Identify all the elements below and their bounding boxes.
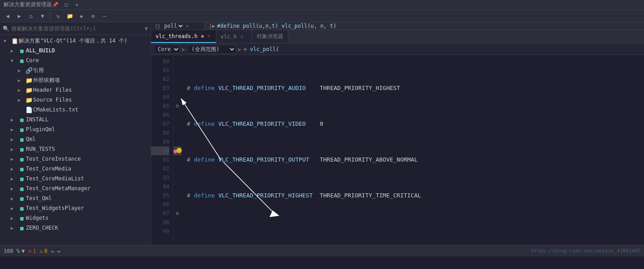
tree-item-widgets[interactable]: ▶ ■ Widgets — [0, 213, 151, 223]
show-all-button[interactable]: ◈ — [76, 11, 86, 21]
float-button[interactable]: □ — [63, 1, 70, 9]
expand-arrow: ▶ — [18, 68, 25, 73]
folder-icon: 📁 — [25, 77, 33, 84]
editor-area: {} poll ▼ |▶ #define poll(u,n,t) vlc_pol… — [151, 22, 644, 245]
breakpoint-indicator[interactable]: ● 😊 — [173, 146, 181, 155]
code-editor[interactable]: 80 81 82 83 84 85 86 87 88 89 90 91 92 9… — [151, 55, 644, 245]
project-icon: ■ — [18, 205, 26, 212]
search-input[interactable] — [11, 26, 143, 32]
global-scope-select[interactable]: (全局范围) — [187, 45, 236, 54]
tree-item-source-files[interactable]: ▶ 📁 Source Files — [0, 95, 151, 105]
status-warnings[interactable]: ⚠ 0 — [40, 248, 47, 254]
expand-arrow: ▶ — [11, 226, 18, 231]
tree-item-test-widgets-player[interactable]: ▶ ■ Test_WidgetsPlayer — [0, 203, 151, 213]
solution-root[interactable]: ▼ 📋 解决方案"VLC-Qt"(14 个项目，共 14 个) — [0, 36, 151, 46]
collapse-indicator[interactable]: ⊟ — [176, 102, 179, 111]
breadcrumb-indicator: |▶ — [209, 23, 215, 29]
line-num: 96 — [151, 200, 169, 209]
tree-item-header-files[interactable]: ▶ 📁 Header Files — [0, 85, 151, 95]
back-button[interactable]: ◀ — [3, 11, 13, 21]
tree-item-refs[interactable]: ▶ 🔗 引用 — [0, 65, 151, 75]
close-button[interactable]: ✕ — [73, 1, 80, 9]
tree-item-run-tests[interactable]: ▶ ■ RUN_TESTS — [0, 144, 151, 154]
nav-forward-arrow[interactable]: → — [57, 248, 60, 255]
title-bar: 解决方案资源管理器 📌 □ ✕ — [0, 0, 644, 10]
tree-item-pluginqml[interactable]: ▶ ■ PluginQml — [0, 124, 151, 134]
project-icon: ■ — [18, 195, 26, 202]
tree-label: Test_CoreInstance — [26, 156, 151, 162]
tree-label: Test_CoreMediaList — [26, 175, 151, 182]
tab-vlc-threads-h[interactable]: vlc_threads.h ● ✕ — [151, 30, 216, 43]
line-num: 81 — [151, 66, 169, 75]
macro-value: 0 — [313, 120, 323, 128]
code-line-83: # define VLC_THREAD_PRIORITY_HIGHEST THR… — [181, 191, 644, 200]
filter-button[interactable]: ▼ — [38, 11, 47, 21]
tree-item-test-core-instance[interactable]: ▶ ■ Test_CoreInstance — [0, 154, 151, 164]
line-num: 90 — [151, 146, 169, 155]
status-right: https://blog.csdn.net/weixin_41001497 — [531, 248, 640, 254]
line-num: 82 — [151, 75, 169, 84]
tab-vlc-h[interactable]: vlc.h ✕ — [216, 30, 252, 43]
forward-button[interactable]: ▶ — [14, 11, 24, 21]
tree-item-test-qml[interactable]: ▶ ■ Test_Qml — [0, 193, 151, 203]
macro-name: VLC_THREAD_PRIORITY_AUDIO — [218, 84, 312, 93]
tree-item-test-core-media[interactable]: ▶ ■ Test_CoreMedia — [0, 164, 151, 174]
new-folder-button[interactable]: 📁 — [65, 11, 75, 21]
tree-label: 引用 — [33, 67, 151, 74]
code-content[interactable]: # define VLC_THREAD_PRIORITY_AUDIO THREA… — [181, 55, 644, 245]
tree-item-core[interactable]: ▼ ■ Core — [0, 56, 151, 65]
tree-label: Source Files — [33, 97, 151, 103]
refresh-button[interactable]: ↻ — [53, 11, 63, 21]
tab-close-button[interactable]: ✕ — [206, 33, 211, 39]
tree-item-qml[interactable]: ▶ ■ Qml — [0, 134, 151, 144]
expand-arrow: ▶ — [11, 167, 18, 171]
status-errors[interactable]: ✕ 1 — [28, 248, 36, 254]
toolbar-separator — [50, 13, 51, 20]
tree-item-zero-check[interactable]: ▶ ■ ZERO_CHECK — [0, 223, 151, 233]
search-icon: 🔍 — [3, 26, 9, 32]
pp-hash: # — [187, 155, 194, 164]
line-num: 98 — [151, 218, 169, 227]
tree-label: CMakeLists.txt — [33, 107, 151, 113]
line-num: 84 — [151, 93, 169, 102]
tree-item-all-build[interactable]: ▶ ■ ALL_BUILD — [0, 46, 151, 56]
file-scope-select[interactable]: poll — [162, 22, 184, 30]
home-button[interactable]: ⌂ — [26, 11, 36, 21]
pin2-button[interactable]: — — [100, 11, 109, 21]
search-dropdown-icon[interactable]: ▼ — [145, 26, 148, 32]
nav-back-arrow[interactable]: ← — [51, 248, 55, 255]
tree-item-install[interactable]: ▶ ■ INSTALL — [0, 115, 151, 124]
status-bar: 100 % ▼ ✕ 1 ⚠ 0 ← → https://blog.csdn.ne… — [0, 245, 644, 256]
breadcrumb-sep2: ▶ — [238, 46, 241, 53]
breadcrumb-sep: ▶ — [182, 46, 185, 53]
expand-arrow: ▶ — [18, 78, 25, 83]
pp-hash: # — [187, 84, 194, 93]
pp-define: define — [194, 120, 219, 128]
tree-item-test-core-meta-manager[interactable]: ▶ ■ Test_CoreMetaManager — [0, 184, 151, 193]
properties-button[interactable]: ⚙ — [88, 11, 98, 21]
scope-select[interactable]: Core — [154, 45, 180, 54]
line-num: 91 — [151, 155, 169, 164]
tab-object-browser[interactable]: 对象浏览器 — [252, 30, 288, 43]
tab-close-button[interactable]: ✕ — [240, 33, 244, 40]
status-zoom[interactable]: 100 % ▼ — [4, 248, 25, 254]
project-icon: ■ — [18, 57, 26, 64]
sidebar: 🔍 ▼ ▼ 📋 解决方案"VLC-Qt"(14 个项目，共 14 个) ▶ ■ … — [0, 22, 151, 245]
macro-name: VLC_THREAD_PRIORITY_OUTPUT — [218, 155, 312, 164]
line-num: 89 — [151, 137, 169, 146]
tree-item-ext-deps[interactable]: ▶ 📁 外部依赖项 — [0, 75, 151, 85]
line-num: 87 — [151, 120, 169, 128]
symbol-name: vlc_poll( — [250, 46, 279, 52]
pin-button[interactable]: 📌 — [52, 1, 59, 9]
sidebar-search-bar: 🔍 ▼ — [0, 22, 151, 35]
tab-label: 对象浏览器 — [257, 33, 283, 40]
zoom-dropdown-icon[interactable]: ▼ — [21, 248, 25, 254]
tree-item-test-core-media-list[interactable]: ▶ ■ Test_CoreMediaList — [0, 174, 151, 184]
expand-arrow: ▶ — [11, 127, 18, 132]
pp-define: define — [194, 84, 219, 93]
collapse-indicator[interactable]: ⊟ — [176, 209, 179, 218]
expand-arrow: ▼ — [4, 38, 11, 43]
solution-label: 解决方案"VLC-Qt"(14 个项目，共 14 个) — [19, 37, 151, 45]
tree-item-cmakelists[interactable]: 📄 CMakeLists.txt — [0, 105, 151, 115]
project-icon: ■ — [18, 136, 26, 143]
